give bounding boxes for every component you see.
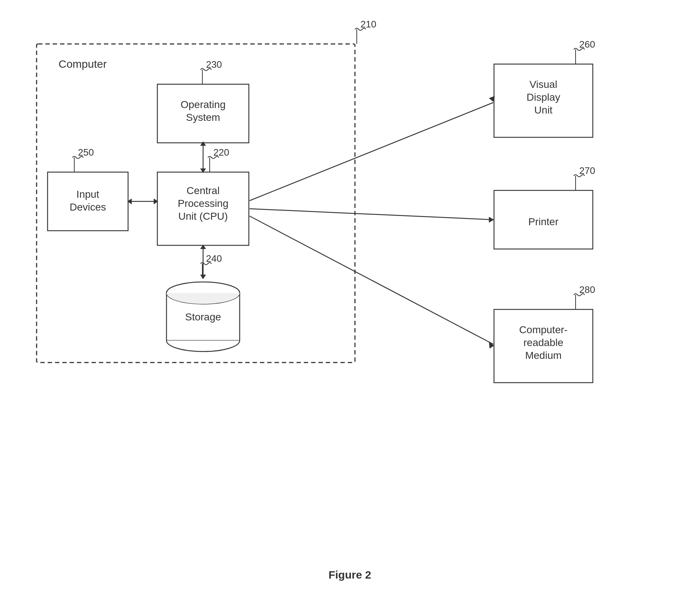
svg-marker-45 xyxy=(489,341,494,349)
svg-text:Input: Input xyxy=(76,189,99,200)
ref-260: 260 xyxy=(579,39,595,50)
svg-marker-23 xyxy=(200,245,206,249)
operating-system-label: Operating xyxy=(181,99,226,110)
ref-230: 230 xyxy=(206,59,222,70)
svg-line-40 xyxy=(250,103,493,201)
svg-rect-3 xyxy=(157,84,249,143)
svg-text:Visual: Visual xyxy=(529,79,557,90)
svg-text:Computer-: Computer- xyxy=(519,324,568,335)
svg-text:Central: Central xyxy=(187,185,220,196)
svg-line-42 xyxy=(250,209,493,220)
svg-text:Processing: Processing xyxy=(178,198,229,209)
svg-rect-6 xyxy=(157,172,249,245)
ref-280: 280 xyxy=(579,284,595,295)
svg-marker-22 xyxy=(200,275,206,279)
svg-text:Unit: Unit xyxy=(534,104,553,116)
ref-220: 220 xyxy=(213,147,229,158)
svg-text:Devices: Devices xyxy=(70,201,106,213)
ref-210: 210 xyxy=(360,19,376,30)
svg-marker-19 xyxy=(127,198,132,204)
svg-text:Storage: Storage xyxy=(185,311,221,323)
svg-marker-41 xyxy=(489,96,495,102)
svg-text:Display: Display xyxy=(527,92,560,103)
svg-marker-11 xyxy=(200,168,206,173)
svg-marker-43 xyxy=(489,217,494,223)
svg-rect-24 xyxy=(166,293,240,341)
svg-text:readable: readable xyxy=(524,337,564,348)
svg-line-44 xyxy=(250,216,493,344)
svg-text:System: System xyxy=(186,112,220,123)
figure-caption: Figure 2 xyxy=(329,569,371,581)
svg-rect-0 xyxy=(37,44,355,363)
svg-rect-14 xyxy=(48,172,128,231)
svg-text:Printer: Printer xyxy=(528,216,558,227)
ref-250: 250 xyxy=(78,147,94,158)
svg-rect-36 xyxy=(494,309,593,383)
svg-rect-33 xyxy=(494,190,593,249)
ref-240: 240 xyxy=(206,253,222,264)
svg-point-25 xyxy=(166,282,240,304)
ref-270: 270 xyxy=(579,165,595,176)
svg-marker-12 xyxy=(200,141,206,146)
computer-label: Computer xyxy=(59,58,107,70)
svg-text:Unit (CPU): Unit (CPU) xyxy=(178,211,228,222)
svg-rect-28 xyxy=(494,64,593,137)
svg-marker-18 xyxy=(154,198,158,204)
svg-text:Medium: Medium xyxy=(525,350,562,361)
